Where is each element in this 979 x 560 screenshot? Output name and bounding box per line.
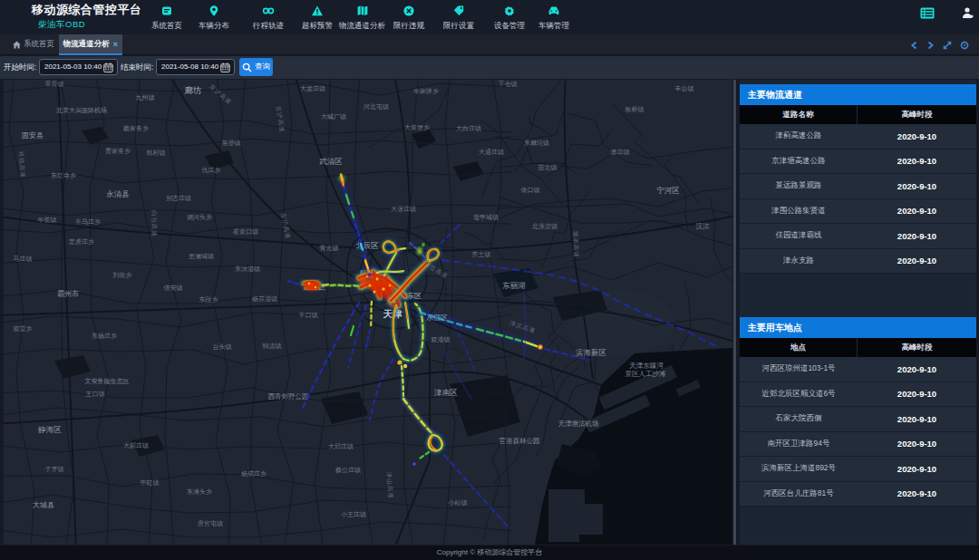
- svg-text:小站镇: 小站镇: [449, 499, 468, 507]
- svg-text:北淮淀镇: 北淮淀镇: [532, 223, 557, 230]
- svg-text:霸州市: 霸州市: [57, 290, 79, 298]
- svg-text:东沽港镇: 东沽港镇: [235, 266, 260, 273]
- svg-text:杨芬港镇: 杨芬港镇: [251, 295, 277, 303]
- svg-text:河北屯镇: 河北屯镇: [363, 103, 389, 111]
- svg-text:杨成庄乡: 杨成庄乡: [240, 470, 267, 478]
- svg-text:齐土镇: 齐土镇: [472, 251, 491, 258]
- svg-text:牛驼镇: 牛驼镇: [38, 217, 57, 224]
- svg-text:韩村镇: 韩村镇: [147, 150, 166, 157]
- svg-text:仇庄乡: 仇庄乡: [202, 167, 221, 174]
- svg-text:大郝庄镇: 大郝庄镇: [123, 442, 149, 449]
- svg-text:东红寺乡: 东红寺乡: [51, 172, 76, 179]
- svg-text:马庄镇: 马庄镇: [14, 256, 33, 263]
- svg-text:别古庄镇: 别古庄镇: [166, 195, 191, 202]
- svg-text:刘街乡: 刘街乡: [112, 272, 132, 279]
- svg-text:大白庄镇: 大白庄镇: [456, 125, 481, 132]
- svg-text:官港森林公园: 官港森林公园: [499, 437, 540, 445]
- svg-text:大碱厂镇: 大碱厂镇: [321, 113, 346, 121]
- svg-text:牛家牌乡: 牛家牌乡: [413, 88, 439, 95]
- svg-text:潘庄镇: 潘庄镇: [611, 149, 630, 156]
- svg-text:大城县: 大城县: [33, 501, 54, 509]
- svg-text:大邱庄镇: 大邱庄镇: [328, 443, 354, 450]
- svg-text:宁河区: 宁河区: [656, 186, 680, 195]
- svg-text:天津东疆湾: 天津东疆湾: [629, 362, 664, 370]
- svg-text:东滩头乡: 东滩头乡: [187, 488, 212, 496]
- svg-text:曹家务乡: 曹家务乡: [105, 148, 131, 155]
- svg-text:落垡镇: 落垡镇: [222, 140, 241, 147]
- svg-text:大通庄镇: 大通庄镇: [479, 148, 504, 156]
- svg-text:双港镇: 双港镇: [431, 336, 451, 343]
- svg-text:北京大兴国际机场: 北京大兴国际机场: [56, 107, 107, 114]
- svg-text:采育镇: 采育镇: [45, 80, 64, 88]
- svg-text:九州镇: 九州镇: [136, 94, 155, 101]
- svg-text:辛口镇: 辛口镇: [299, 312, 318, 319]
- svg-text:永清县: 永清县: [106, 189, 130, 198]
- svg-text:文安鲁能生态区: 文安鲁能生态区: [85, 377, 130, 385]
- svg-text:中旺镇: 中旺镇: [141, 479, 160, 487]
- svg-text:苗北镇: 苗北镇: [538, 164, 557, 171]
- svg-text:独流镇: 独流镇: [263, 343, 282, 350]
- svg-text:板桥镇: 板桥镇: [625, 106, 645, 113]
- svg-text:信安镇: 信安镇: [164, 285, 183, 292]
- svg-text:唐官屯镇: 唐官屯镇: [198, 519, 223, 527]
- svg-text:天津塘沽机场: 天津塘沽机场: [558, 420, 599, 428]
- svg-text:丰台镇: 丰台镇: [675, 85, 694, 92]
- svg-text:调河头乡: 调河头乡: [187, 214, 212, 221]
- svg-text:大黄堡乡: 大黄堡乡: [404, 124, 430, 131]
- svg-text:东棘坨镇: 东棘坨镇: [524, 140, 549, 147]
- svg-text:滨海新区: 滨海新区: [576, 348, 606, 357]
- svg-text:东杨庄乡: 东杨庄乡: [92, 333, 117, 340]
- svg-text:子牙镇: 子牙镇: [45, 466, 64, 473]
- svg-text:静海区: 静海区: [37, 425, 62, 434]
- svg-text:武清区: 武清区: [319, 157, 343, 166]
- svg-text:俵口镇: 俵口镇: [521, 187, 540, 194]
- svg-text:廊坊: 廊坊: [185, 85, 202, 95]
- svg-text:下仓镇: 下仓镇: [499, 81, 518, 88]
- svg-text:辛乌庄乡: 辛乌庄乡: [75, 218, 101, 226]
- svg-text:津南区: 津南区: [433, 388, 458, 397]
- svg-text:蔡公庄镇: 蔡公庄镇: [335, 467, 361, 474]
- svg-text:崔黄口镇: 崔黄口镇: [233, 228, 258, 236]
- svg-text:汉沽: 汉沽: [696, 222, 711, 230]
- svg-text:白台高速: 白台高速: [150, 210, 158, 237]
- svg-text:东丽湖: 东丽湖: [502, 281, 526, 290]
- svg-text:固安县: 固安县: [22, 131, 44, 140]
- svg-text:小王庄镇: 小王庄镇: [341, 511, 366, 518]
- svg-text:大孟庄镇: 大孟庄镇: [300, 85, 325, 92]
- svg-text:青光镇: 青光镇: [320, 245, 339, 252]
- svg-text:定虎庄乡: 定虎庄乡: [69, 238, 94, 246]
- svg-text:景区人工沙滩: 景区人工沙滩: [625, 370, 667, 378]
- svg-text:造甲城镇: 造甲城镇: [473, 214, 499, 221]
- svg-text:西青郊野公园: 西青郊野公园: [268, 392, 309, 401]
- svg-text:台头镇: 台头镇: [213, 343, 232, 351]
- svg-text:王口镇: 王口镇: [86, 391, 105, 398]
- svg-text:大张庄镇: 大张庄镇: [391, 206, 416, 213]
- svg-text:东段乡: 东段乡: [199, 296, 218, 304]
- svg-text:双堂乡: 双堂乡: [14, 325, 33, 333]
- svg-text:蔡家务乡: 蔡家务乡: [123, 125, 149, 132]
- svg-text:里澜城镇: 里澜城镇: [189, 253, 214, 260]
